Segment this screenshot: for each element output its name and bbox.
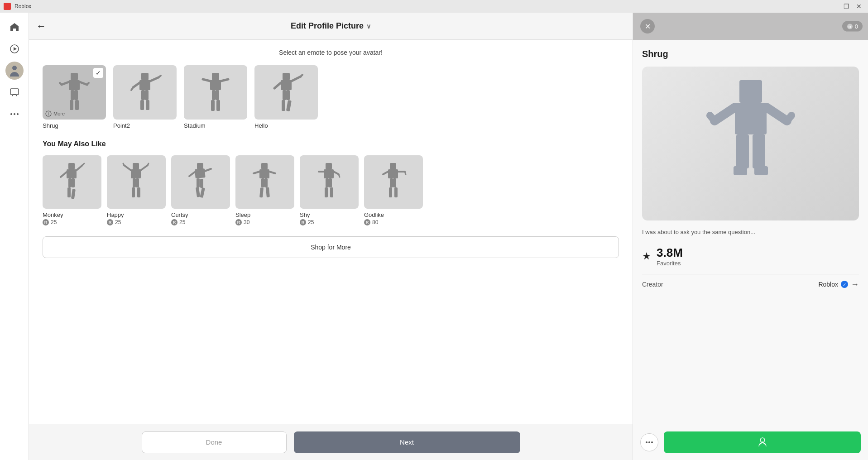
svg-rect-92 <box>388 169 398 178</box>
more-options-icon <box>645 438 653 446</box>
svg-line-25 <box>131 87 133 90</box>
sidebar-item-more[interactable] <box>5 105 24 123</box>
creator-name[interactable]: Roblox ✓ → <box>818 280 859 289</box>
creator-row: Creator Roblox ✓ → <box>642 280 859 289</box>
svg-line-51 <box>61 172 67 177</box>
next-button[interactable]: Next <box>294 431 520 453</box>
rec-price-sleep: R 30 <box>235 219 294 225</box>
svg-rect-70 <box>197 178 200 187</box>
emote-thumbnail-shrug: ✓ i More <box>43 65 106 120</box>
svg-rect-98 <box>389 187 392 197</box>
equip-button[interactable] <box>664 431 861 453</box>
svg-rect-9 <box>69 80 80 90</box>
svg-line-12 <box>87 83 89 85</box>
title-bar-left: Roblox <box>4 3 31 10</box>
more-label: More <box>53 111 65 116</box>
svg-line-104 <box>715 107 735 121</box>
rec-card-curtsy[interactable]: Curtsy R 25 <box>171 155 230 225</box>
rec-price-happy: R 25 <box>107 219 166 225</box>
right-panel-footer <box>633 424 868 460</box>
rec-price-godlike: R 80 <box>364 219 423 225</box>
svg-rect-38 <box>283 73 290 80</box>
rec-card-monkey[interactable]: Monkey R 25 <box>43 155 101 225</box>
section-title: You May Also Like <box>43 140 619 148</box>
rec-thumbnail-shy <box>300 155 359 209</box>
svg-rect-26 <box>141 90 145 100</box>
avatar-figure-icon <box>8 64 21 77</box>
svg-rect-73 <box>200 187 205 198</box>
shop-for-more-button[interactable]: Shop for More <box>43 236 619 258</box>
rec-thumbnail-monkey <box>43 155 101 209</box>
rec-thumbnail-happy <box>107 155 166 209</box>
svg-rect-66 <box>197 163 203 169</box>
avatar-icon[interactable] <box>5 62 24 80</box>
favorites-label: Favorites <box>657 260 683 267</box>
svg-line-11 <box>62 82 69 85</box>
back-button[interactable]: ← <box>36 20 46 32</box>
done-button[interactable]: Done <box>142 431 287 453</box>
header-title: Edit Profile Picture ∨ <box>291 21 371 31</box>
rec-card-sleep[interactable]: Sleep R 30 <box>235 155 294 225</box>
star-icon: ★ <box>642 250 651 262</box>
svg-rect-20 <box>141 73 149 80</box>
emote-card-point2[interactable]: Point2 <box>113 65 177 129</box>
title-bar: Roblox — ❐ ✕ <box>0 0 868 13</box>
svg-line-106 <box>767 107 787 121</box>
svg-rect-28 <box>140 100 144 110</box>
happy-avatar-icon <box>120 162 153 202</box>
maximize-button[interactable]: ❐ <box>841 2 852 11</box>
svg-rect-48 <box>67 169 77 178</box>
svg-point-112 <box>646 441 647 443</box>
svg-rect-109 <box>753 134 765 168</box>
home-icon <box>10 22 19 32</box>
main-header: ← Edit Profile Picture ∨ <box>29 13 633 40</box>
svg-rect-97 <box>393 178 396 187</box>
emote-card-stadium[interactable]: Stadium <box>184 65 247 129</box>
svg-rect-65 <box>137 187 140 197</box>
more-options-button[interactable] <box>640 433 658 451</box>
roblox-logo-icon <box>4 3 11 10</box>
svg-rect-82 <box>326 163 332 169</box>
svg-line-42 <box>274 83 281 88</box>
sidebar-item-home[interactable] <box>5 18 24 36</box>
svg-rect-110 <box>734 166 747 175</box>
sleep-avatar-icon <box>248 162 282 202</box>
svg-line-32 <box>221 79 228 81</box>
svg-rect-0 <box>4 3 11 10</box>
rec-card-happy[interactable]: Happy R 25 <box>107 155 166 225</box>
main-content: ← Edit Profile Picture ∨ Select an emote… <box>29 13 633 460</box>
emote-label-point2: Point2 <box>113 122 177 129</box>
item-description: I was about to ask you the same question… <box>642 228 859 237</box>
svg-rect-57 <box>131 169 141 178</box>
svg-rect-21 <box>139 80 150 90</box>
sidebar-item-play[interactable] <box>5 40 24 58</box>
info-icon: i <box>45 110 52 117</box>
svg-point-7 <box>17 113 19 115</box>
svg-line-13 <box>60 83 62 85</box>
price-value-godlike: 80 <box>372 219 378 225</box>
emote-card-hello[interactable]: Hello <box>254 65 318 129</box>
sidebar <box>0 13 29 460</box>
rec-thumbnail-sleep <box>235 155 294 209</box>
close-panel-button[interactable]: ✕ <box>640 19 655 34</box>
minimize-button[interactable]: — <box>828 2 839 11</box>
point2-avatar-icon <box>127 71 163 114</box>
shrug-avatar-icon <box>56 71 92 114</box>
main-footer: Done Next <box>29 424 633 460</box>
svg-rect-81 <box>266 187 270 197</box>
emote-label-stadium: Stadium <box>184 122 247 129</box>
svg-line-58 <box>141 165 148 170</box>
emote-card-shrug[interactable]: ✓ i More Shrug <box>43 65 106 129</box>
sidebar-item-chat[interactable] <box>5 83 24 101</box>
svg-rect-47 <box>68 163 75 169</box>
svg-rect-31 <box>210 80 221 90</box>
rec-price-curtsy: R 25 <box>171 219 230 225</box>
rec-card-godlike[interactable]: Godlike R 80 <box>364 155 423 225</box>
hello-avatar-icon <box>268 71 304 114</box>
svg-rect-67 <box>195 168 206 178</box>
svg-rect-72 <box>196 187 200 197</box>
rec-thumbnail-curtsy <box>171 155 230 209</box>
svg-line-40 <box>292 77 301 81</box>
rec-card-shy[interactable]: Shy R 25 <box>300 155 359 225</box>
close-button[interactable]: ✕ <box>854 2 864 11</box>
